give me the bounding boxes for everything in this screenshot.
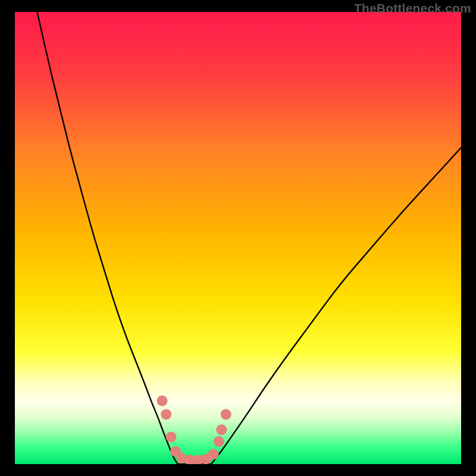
curve-path bbox=[37, 12, 462, 464]
bottleneck-curve bbox=[37, 12, 462, 464]
marker-dot bbox=[166, 431, 177, 442]
chart-overlay bbox=[15, 12, 461, 464]
watermark-text: TheBottleneck.com bbox=[354, 1, 471, 15]
chart-frame bbox=[15, 12, 461, 464]
marker-dot bbox=[157, 396, 168, 406]
marker-dot bbox=[221, 409, 231, 419]
marker-dot bbox=[216, 424, 227, 435]
marker-dot bbox=[208, 449, 219, 459]
marker-dot bbox=[214, 436, 224, 447]
marker-dot bbox=[161, 409, 171, 419]
